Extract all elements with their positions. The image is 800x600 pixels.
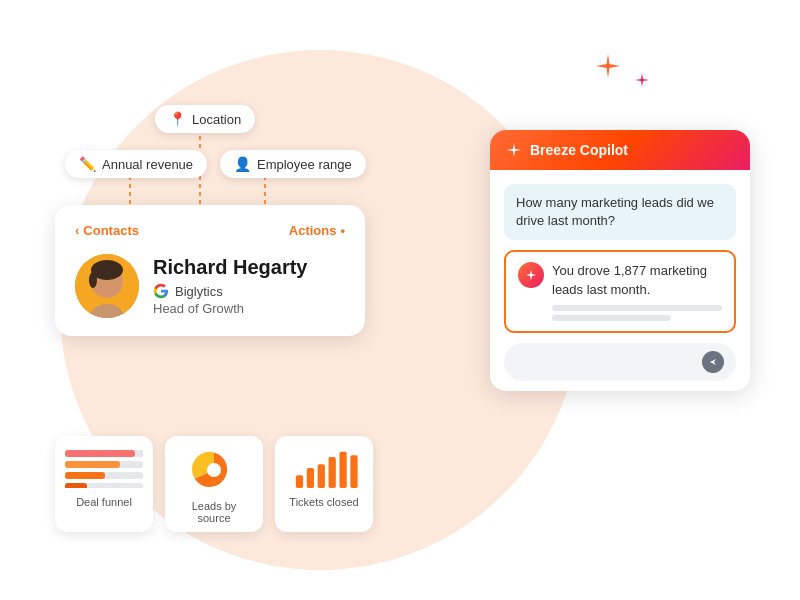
location-chip[interactable]: 📍 Location [155, 105, 255, 133]
company-logo [153, 283, 169, 299]
copilot-title: Breeze Copilot [530, 142, 628, 158]
annual-revenue-chip[interactable]: ✏️ Annual revenue [65, 150, 207, 178]
employee-icon: 👤 [234, 156, 251, 172]
copilot-question: How many marketing leads did we drive la… [504, 184, 736, 240]
employee-chip-label: Employee range [257, 157, 352, 172]
copilot-body: How many marketing leads did we drive la… [490, 170, 750, 391]
location-icon: 📍 [169, 111, 186, 127]
company-row: Biglytics [153, 283, 308, 299]
contact-name: Richard Hegarty [153, 256, 308, 279]
tickets-closed-card[interactable]: Tickets closed [275, 436, 373, 532]
svg-rect-26 [339, 452, 346, 488]
svg-rect-19 [65, 472, 105, 479]
svg-rect-18 [65, 461, 120, 468]
answer-icon [518, 262, 544, 288]
contact-details: Richard Hegarty Biglytics Head of Growth [153, 256, 308, 316]
svg-rect-17 [65, 450, 135, 457]
answer-text: You drove 1,877 marketing leads last mon… [552, 262, 722, 298]
location-chip-label: Location [192, 112, 241, 127]
deal-funnel-label: Deal funnel [76, 496, 132, 508]
actions-dot: • [340, 223, 345, 238]
copilot-header: Breeze Copilot [490, 130, 750, 170]
send-button[interactable] [702, 351, 724, 373]
job-title: Head of Growth [153, 301, 308, 316]
answer-arrow-icon [525, 269, 537, 281]
contacts-back-label: Contacts [83, 223, 139, 238]
main-scene: 📍 Location ✏️ Annual revenue 👤 Employee … [0, 0, 800, 600]
deal-funnel-card[interactable]: Deal funnel [55, 436, 153, 532]
svg-point-21 [207, 463, 221, 477]
sparkle-decoration-1 [594, 52, 622, 84]
employee-range-chip[interactable]: 👤 Employee range [220, 150, 366, 178]
svg-rect-20 [65, 483, 87, 488]
leads-chart [184, 448, 244, 492]
skeleton-line-2 [552, 315, 671, 321]
contacts-back-button[interactable]: ‹ Contacts [75, 223, 139, 238]
svg-rect-22 [296, 475, 303, 488]
contact-card: ‹ Contacts Actions • [55, 205, 365, 336]
back-arrow: ‹ [75, 223, 79, 238]
actions-label: Actions [289, 223, 337, 238]
avatar [75, 254, 139, 318]
send-icon [708, 357, 718, 367]
leads-by-source-label: Leads by source [175, 500, 253, 524]
svg-rect-25 [329, 457, 336, 488]
svg-rect-24 [318, 464, 325, 488]
svg-rect-23 [307, 468, 314, 488]
mini-cards-row: Deal funnel Leads by source [55, 436, 373, 532]
copilot-answer: You drove 1,877 marketing leads last mon… [504, 250, 736, 332]
answer-content: You drove 1,877 marketing leads last mon… [552, 262, 722, 320]
tickets-closed-label: Tickets closed [289, 496, 358, 508]
skeleton-line-1 [552, 305, 722, 311]
revenue-icon: ✏️ [79, 156, 96, 172]
actions-button[interactable]: Actions • [289, 223, 345, 238]
svg-point-7 [89, 272, 97, 288]
copilot-input-row[interactable] [504, 343, 736, 381]
copilot-card: Breeze Copilot How many marketing leads … [490, 130, 750, 391]
annual-chip-label: Annual revenue [102, 157, 193, 172]
leads-by-source-card[interactable]: Leads by source [165, 436, 263, 532]
contact-card-header: ‹ Contacts Actions • [75, 223, 345, 238]
contact-info: Richard Hegarty Biglytics Head of Growth [75, 254, 345, 318]
sparkle-decoration-2 [634, 72, 650, 92]
answer-skeleton [552, 305, 722, 321]
tickets-chart [289, 448, 359, 488]
svg-rect-27 [350, 455, 357, 488]
company-name: Biglytics [175, 284, 223, 299]
breeze-sparkle-icon [506, 142, 522, 158]
deal-funnel-chart [65, 448, 143, 488]
